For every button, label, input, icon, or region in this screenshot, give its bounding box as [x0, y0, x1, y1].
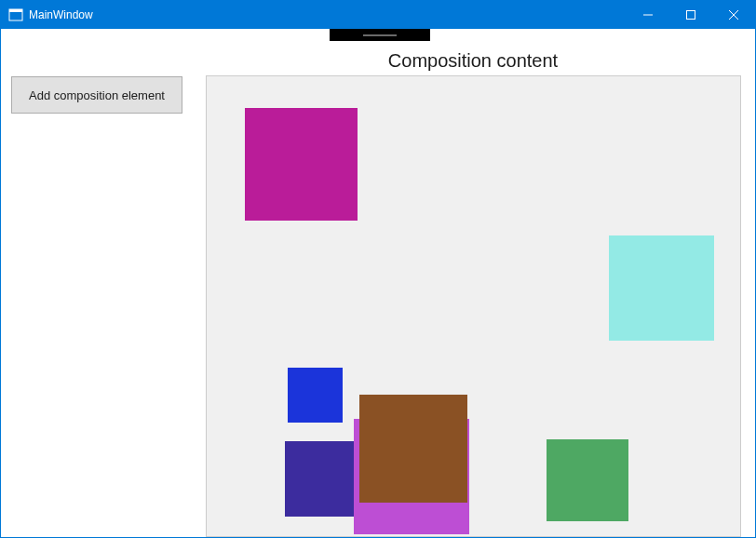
indigo-square[interactable] — [285, 441, 360, 517]
client-area: Composition content Add composition elem… — [1, 29, 755, 537]
main-window: MainWindow Composition content Add compo… — [0, 0, 756, 538]
close-button[interactable] — [712, 1, 755, 29]
composition-canvas[interactable] — [206, 75, 741, 537]
blue-square[interactable] — [288, 368, 343, 423]
cyan-square[interactable] — [609, 235, 714, 341]
green-square[interactable] — [547, 439, 628, 521]
minimize-button[interactable] — [627, 1, 669, 29]
svg-rect-1 — [9, 9, 22, 12]
add-composition-element-button[interactable]: Add composition element — [11, 76, 182, 114]
composition-heading: Composition content — [206, 50, 740, 72]
window-title: MainWindow — [29, 8, 93, 21]
app-icon — [8, 7, 23, 22]
brown-square[interactable] — [359, 395, 467, 503]
drag-handle[interactable] — [330, 29, 430, 41]
maximize-button[interactable] — [669, 1, 712, 29]
svg-rect-3 — [687, 11, 695, 20]
title-bar[interactable]: MainWindow — [1, 1, 755, 29]
magenta-square[interactable] — [245, 108, 358, 221]
window-controls — [627, 1, 755, 29]
